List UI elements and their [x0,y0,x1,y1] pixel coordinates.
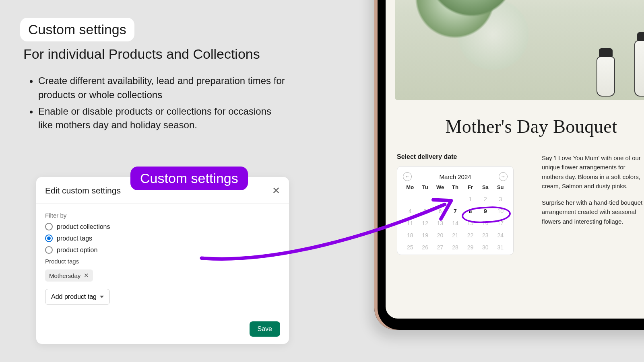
product-tags-label: Product tags [45,258,280,265]
radio-product-option[interactable]: product option [45,246,280,254]
tag-chip-mothersday[interactable]: Mothersday ✕ [45,269,93,282]
calendar-day: 21 [448,232,462,239]
calendar-day: 16 [478,220,492,226]
calendar-day: 22 [463,232,477,239]
decor-bottle-icon [597,56,615,97]
calendar-dow: We [433,184,447,190]
calendar-day [448,196,462,202]
product-title: Mother's Day Bouquet [386,116,644,137]
calendar-day: 12 [418,220,432,226]
product-description: Say 'I Love You Mum' with one of our uni… [542,153,644,255]
page-title: Custom settings [20,18,134,41]
calendar-dow: Su [493,184,508,190]
calendar-day [403,196,417,202]
calendar-day[interactable]: 7 [448,208,462,214]
calendar-day: 10 [493,208,508,214]
calendar-day: 4 [403,208,417,214]
calendar-dow: Sa [478,184,492,190]
modal-title: Edit custom settings [45,186,121,195]
radio-label: product collections [57,223,110,230]
calendar-day: 20 [433,232,447,239]
calendar-day[interactable]: 8 [463,208,477,214]
calendar-day: 11 [403,220,417,226]
calendar-day: 18 [403,232,417,239]
calendar-prev-icon[interactable]: ← [403,172,412,181]
calendar-dow: Fr [463,184,477,190]
calendar-dow: Mo [403,184,417,190]
custom-settings-badge: Custom settings [130,167,248,190]
calendar-day: 19 [418,232,432,239]
calendar-day: 25 [403,244,417,251]
select-delivery-date-label: Select delivery date [397,153,514,160]
close-icon[interactable]: ✕ [272,186,280,195]
calendar-month-label: March 2024 [439,173,471,180]
calendar-day: 3 [493,196,508,202]
radio-label: product tags [57,235,92,242]
calendar-day [418,196,432,202]
calendar-day: 26 [418,244,432,251]
feature-bullet: Create different availability, lead and … [38,74,288,102]
calendar-day [433,196,447,202]
radio-label: product option [57,247,97,254]
calendar-day: 27 [433,244,447,251]
feature-bullet-list: Create different availability, lead and … [38,74,288,132]
calendar-day: 1 [463,196,477,202]
calendar-day: 15 [463,220,477,226]
product-desc-p1: Say 'I Love You Mum' with one of our uni… [542,153,644,191]
calendar-day: 31 [493,244,508,251]
tablet-device-frame: Mother's Day Bouquet Select delivery dat… [374,0,644,330]
calendar-day: 5 [418,208,432,214]
radio-icon [45,234,53,242]
calendar-dow: Tu [418,184,432,190]
filter-by-label: Filter by [45,212,280,219]
edit-custom-settings-modal: Edit custom settings ✕ Filter by product… [36,177,289,344]
calendar-day[interactable]: 9 [478,208,492,214]
calendar-next-icon[interactable]: → [499,172,508,181]
product-desc-p2: Surprise her with a hand-tied bouquet ar… [542,198,644,226]
calendar-dow: Th [448,184,462,190]
decor-bottle-icon [634,40,644,97]
calendar-day: 29 [463,244,477,251]
tag-chip-label: Mothersday [49,272,80,279]
delivery-date-calendar[interactable]: ← March 2024 → MoTuWeThFrSaSu12345678910… [397,166,514,255]
remove-tag-icon[interactable]: ✕ [84,272,89,279]
calendar-day: 23 [478,232,492,239]
radio-product-collections[interactable]: product collections [45,223,280,230]
calendar-day: 6 [433,208,447,214]
save-button[interactable]: Save [250,321,280,337]
tablet-screen: Mother's Day Bouquet Select delivery dat… [386,0,644,319]
calendar-day: 28 [448,244,462,251]
page-subtitle: For individual Products and Collections [23,46,326,62]
caret-down-icon [100,296,104,298]
feature-bullet: Enable or disable products or collection… [38,105,288,133]
radio-icon [45,246,53,254]
calendar-day: 2 [478,196,492,202]
calendar-day: 13 [433,220,447,226]
calendar-day: 30 [478,244,492,251]
calendar-day: 17 [493,220,508,226]
add-tag-label: Add product tag [51,293,97,300]
add-product-tag-button[interactable]: Add product tag [45,289,110,305]
radio-product-tags[interactable]: product tags [45,234,280,242]
product-hero-image [395,0,644,100]
calendar-day: 14 [448,220,462,226]
radio-icon [45,223,53,230]
calendar-day: 24 [493,232,508,239]
